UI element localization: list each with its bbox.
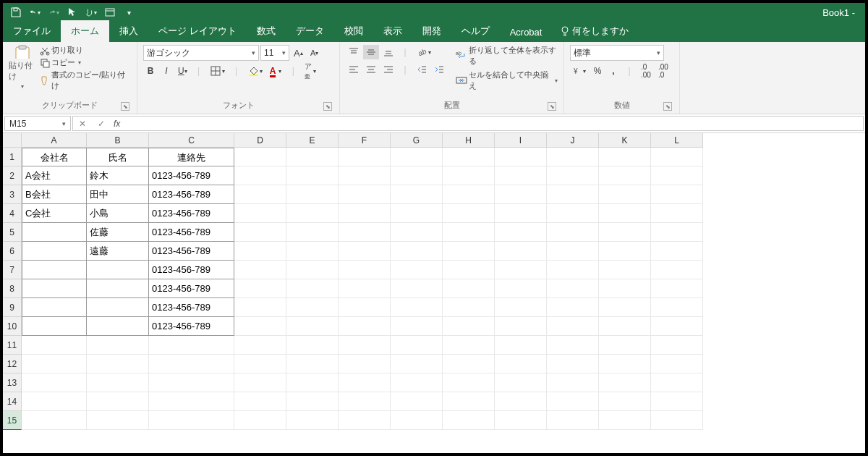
row-header[interactable]: 8 [3, 279, 22, 298]
cell[interactable] [339, 336, 391, 355]
cell[interactable] [286, 336, 339, 355]
decrease-decimal-button[interactable]: .00.0 [655, 64, 671, 78]
cell[interactable] [495, 317, 547, 336]
cell[interactable]: 田中 [87, 185, 149, 204]
cell[interactable] [234, 148, 286, 166]
cell[interactable] [286, 223, 339, 242]
copy-button[interactable]: コピー ▾ [40, 57, 131, 68]
cell[interactable] [599, 392, 651, 411]
cell[interactable] [495, 204, 547, 223]
cell[interactable] [391, 298, 443, 317]
number-dialog-launcher[interactable]: ⬊ [663, 102, 672, 111]
cell[interactable] [339, 317, 391, 336]
column-header[interactable]: L [651, 133, 703, 148]
align-middle-button[interactable] [363, 45, 379, 59]
cell[interactable] [391, 204, 443, 223]
formula-input[interactable] [123, 117, 863, 130]
merge-center-button[interactable]: セルを結合して中央揃え ▾ [456, 69, 558, 91]
cell[interactable] [443, 279, 495, 298]
tab-help[interactable]: ヘルプ [451, 20, 500, 42]
wrap-text-button[interactable]: ab 折り返して全体を表示する [456, 45, 558, 67]
cell[interactable] [495, 355, 547, 373]
cell[interactable] [234, 242, 286, 261]
decrease-indent-button[interactable] [414, 62, 430, 77]
cell[interactable] [599, 355, 651, 373]
cell[interactable]: 連絡先 [149, 148, 234, 166]
cell[interactable] [286, 411, 339, 430]
row-header[interactable]: 5 [3, 223, 22, 242]
cell[interactable] [443, 261, 495, 279]
column-header[interactable]: D [234, 133, 286, 148]
cell[interactable] [339, 298, 391, 317]
cell[interactable] [87, 392, 149, 411]
cell[interactable] [651, 166, 703, 185]
cell[interactable] [87, 317, 149, 336]
cell[interactable] [286, 242, 339, 261]
cell[interactable] [651, 279, 703, 298]
undo-icon[interactable]: ▾ [29, 7, 41, 18]
cell[interactable] [495, 185, 547, 204]
cell[interactable] [391, 373, 443, 392]
phonetic-button[interactable]: ア亜▾ [302, 64, 319, 78]
cell[interactable]: 遠藤 [87, 242, 149, 261]
cell[interactable] [22, 317, 87, 336]
align-bottom-button[interactable] [380, 45, 396, 59]
column-header[interactable]: C [149, 133, 234, 148]
cell[interactable] [547, 373, 599, 392]
alignment-dialog-launcher[interactable]: ⬊ [548, 102, 556, 111]
cell[interactable] [547, 336, 599, 355]
spreadsheet-grid[interactable]: ABCDEFGHIJKL 1会社名氏名連絡先2A会社鈴木0123-456-789… [3, 133, 865, 455]
cell[interactable] [22, 279, 87, 298]
cell[interactable] [87, 298, 149, 317]
cell[interactable] [495, 279, 547, 298]
cell[interactable] [599, 166, 651, 185]
cell[interactable] [87, 279, 149, 298]
row-header[interactable]: 15 [3, 411, 22, 430]
enter-formula-button[interactable]: ✓ [92, 119, 111, 129]
cell[interactable] [495, 242, 547, 261]
orientation-button[interactable]: ab▾ [414, 45, 434, 59]
cell[interactable] [286, 166, 339, 185]
column-header[interactable]: J [547, 133, 599, 148]
cell[interactable] [391, 242, 443, 261]
cell[interactable] [339, 166, 391, 185]
cell[interactable] [495, 261, 547, 279]
window-icon[interactable] [104, 7, 116, 18]
cell[interactable] [339, 223, 391, 242]
align-top-button[interactable] [346, 45, 362, 59]
cell[interactable] [443, 166, 495, 185]
cell[interactable] [547, 242, 599, 261]
cell[interactable]: A会社 [22, 166, 87, 185]
cell[interactable] [443, 411, 495, 430]
cell[interactable]: 0123-456-789 [149, 242, 234, 261]
tab-file[interactable]: ファイル [3, 20, 61, 42]
font-size-combo[interactable]: 11▾ [260, 45, 289, 61]
cell[interactable] [495, 336, 547, 355]
cell[interactable] [391, 148, 443, 166]
cut-button[interactable]: 切り取り [40, 45, 131, 56]
cell[interactable] [286, 373, 339, 392]
cell[interactable]: 0123-456-789 [149, 279, 234, 298]
cell[interactable] [599, 261, 651, 279]
column-header[interactable]: E [286, 133, 339, 148]
italic-button[interactable]: I [159, 64, 174, 78]
tab-insert[interactable]: 挿入 [109, 20, 148, 42]
cell[interactable] [599, 148, 651, 166]
cell[interactable] [547, 298, 599, 317]
comma-button[interactable]: , [606, 64, 621, 78]
pointer-icon[interactable] [67, 7, 78, 18]
cell[interactable] [391, 392, 443, 411]
percent-button[interactable]: % [590, 64, 605, 78]
cell[interactable] [495, 392, 547, 411]
cell[interactable] [391, 279, 443, 298]
font-dialog-launcher[interactable]: ⬊ [323, 102, 332, 111]
cell[interactable] [234, 166, 286, 185]
row-header[interactable]: 6 [3, 242, 22, 261]
cell[interactable] [495, 373, 547, 392]
row-header[interactable]: 7 [3, 261, 22, 279]
cell[interactable]: 0123-456-789 [149, 166, 234, 185]
cell[interactable] [149, 336, 234, 355]
cell[interactable] [234, 411, 286, 430]
cell[interactable] [547, 355, 599, 373]
cell[interactable] [495, 223, 547, 242]
